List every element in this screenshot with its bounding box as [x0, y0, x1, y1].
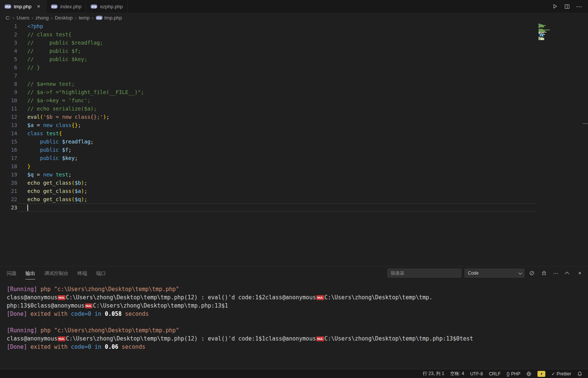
line-number: 17	[0, 154, 17, 162]
code-line[interactable]: 3// public $readflag;	[0, 39, 588, 47]
line-number: 8	[0, 80, 17, 88]
extension-status-icon	[537, 371, 545, 377]
code-line[interactable]: 13$a = new class{};	[0, 121, 588, 129]
line-code: echo get_class($b);	[17, 179, 537, 187]
breadcrumb-item[interactable]: Desktop	[55, 15, 73, 21]
code-line[interactable]: 6// }	[0, 63, 588, 72]
line-code: // $a=new test;	[17, 80, 537, 88]
close-icon[interactable]: ×	[36, 3, 42, 9]
braces-icon: {}	[507, 371, 510, 377]
eol-status[interactable]: CRLF	[486, 370, 503, 378]
code-line[interactable]: 19$q = new test;	[0, 170, 588, 179]
play-icon	[552, 4, 558, 9]
line-number: 16	[0, 146, 17, 154]
split-editor-icon	[565, 4, 569, 9]
prettier-status[interactable]: ✓ Prettier	[549, 370, 574, 378]
code-line[interactable]: 4// public $f;	[0, 47, 588, 55]
breadcrumb-item[interactable]: Users	[16, 15, 29, 21]
output-channel-select[interactable]: Code	[464, 269, 524, 278]
line-code: // public $key;	[17, 55, 537, 63]
code-line[interactable]: 12eval('$b = new class{};');	[0, 113, 588, 121]
editor-tabs: phptmp.php×phpindex.phpphpezphp.php	[0, 0, 128, 13]
code-line[interactable]: 2// class test{	[0, 30, 588, 39]
code-line[interactable]: 10// $a->key = 'func';	[0, 96, 588, 105]
language-label: PHP	[511, 371, 521, 377]
code-line[interactable]: 16 public $f;	[0, 146, 588, 154]
editor-more-actions-button[interactable]: ⋯	[574, 2, 584, 11]
tab-ezphp-php[interactable]: phpezphp.php	[86, 0, 128, 13]
breadcrumb-item[interactable]: zhong	[36, 15, 49, 21]
line-number: 9	[0, 88, 17, 96]
code-line[interactable]: 17 public $key;	[0, 154, 588, 162]
extension-status-button[interactable]	[535, 370, 548, 378]
breadcrumb-item[interactable]: tmp.php	[104, 15, 122, 21]
notifications-button[interactable]	[575, 370, 585, 378]
output-line: [Done] exited with code=0 in 0.058 secon…	[7, 310, 588, 318]
line-number: 18	[0, 162, 17, 170]
indentation-status[interactable]: 空格: 4	[448, 370, 467, 378]
line-number: 20	[0, 179, 17, 187]
panel-tab-output[interactable]: 输出	[25, 267, 35, 279]
line-content: <?php	[17, 22, 537, 30]
line-content: }	[17, 162, 537, 170]
code-line[interactable]: 7	[0, 72, 588, 80]
line-number: 3	[0, 39, 17, 47]
line-content: public $readflag;	[17, 137, 537, 146]
minimap-line	[539, 40, 561, 41]
line-number: 10	[0, 96, 17, 105]
minimap[interactable]	[539, 24, 561, 41]
go-live-button[interactable]	[524, 370, 534, 378]
clear-output-button[interactable]	[527, 269, 536, 278]
panel-more-actions-button[interactable]: ⋯	[551, 269, 560, 278]
code-line[interactable]: 11// echo serialize($a);	[0, 105, 588, 113]
code-line[interactable]: 9// $a->f ="highlight_file(__FILE__)";	[0, 88, 588, 96]
editor[interactable]: 1<?php2// class test{3// public $readfla…	[0, 22, 588, 266]
php-icon: php	[51, 4, 58, 9]
tab-label: ezphp.php	[100, 4, 123, 9]
line-number: 13	[0, 121, 17, 129]
code-line[interactable]: 15 public $readflag;	[0, 137, 588, 146]
output-line: class@anonymousNULC:\Users\zhong\Desktop…	[7, 335, 588, 343]
line-number: 11	[0, 105, 17, 113]
lock-autoscroll-button[interactable]	[539, 269, 548, 278]
panel-tab-ports[interactable]: 端口	[96, 267, 106, 279]
output-content[interactable]: [Running] php "c:\Users\zhong\Desktop\te…	[0, 280, 588, 351]
line-code: $q = new test;	[17, 170, 537, 179]
output-filter-input[interactable]	[387, 269, 461, 278]
cursor-position-status[interactable]: 行 23, 列 1	[420, 370, 447, 378]
line-code: class test{	[17, 129, 537, 137]
code-line[interactable]: 23	[0, 203, 588, 212]
code-line[interactable]: 5// public $key;	[0, 55, 588, 63]
tab-tmp-php[interactable]: phptmp.php×	[0, 0, 46, 13]
line-content: // $a->key = 'func';	[17, 96, 537, 105]
code-line[interactable]: 21echo get_class($a);	[0, 187, 588, 195]
language-mode-status[interactable]: {} PHP	[504, 370, 523, 378]
code-line[interactable]: 1<?php	[0, 22, 588, 30]
breadcrumb-separator-icon: ›	[92, 15, 93, 21]
maximize-panel-button[interactable]	[563, 269, 572, 278]
line-code: // $a->f ="highlight_file(__FILE__)";	[17, 88, 537, 96]
code-line[interactable]: 22echo get_class($q);	[0, 195, 588, 203]
line-number: 14	[0, 129, 17, 137]
code-line[interactable]: 18}	[0, 162, 588, 170]
panel-tab-problems[interactable]: 问题	[7, 267, 16, 279]
bell-icon	[577, 371, 582, 377]
clear-output-icon	[529, 270, 534, 276]
line-number: 2	[0, 30, 17, 39]
line-number: 21	[0, 187, 17, 195]
panel-tab-debug-console[interactable]: 调试控制台	[44, 267, 68, 279]
code-line[interactable]: 8// $a=new test;	[0, 80, 588, 88]
panel-tab-terminal[interactable]: 终端	[77, 267, 87, 279]
close-panel-button[interactable]: ×	[575, 269, 584, 278]
code-line[interactable]: 14class test{	[0, 129, 588, 137]
run-code-button[interactable]	[550, 2, 560, 11]
breadcrumb-item[interactable]: temp	[79, 15, 89, 21]
code-line[interactable]: 20echo get_class($b);	[0, 179, 588, 187]
line-code: // class test{	[17, 30, 537, 39]
breadcrumb-item[interactable]: C:	[6, 15, 10, 21]
split-editor-button[interactable]	[562, 2, 572, 11]
tab-index-php[interactable]: phpindex.php	[46, 0, 86, 13]
encoding-status[interactable]: UTF-8	[467, 370, 485, 378]
line-content	[17, 72, 537, 80]
output-line: php:13$0class@anonymousNULC:\Users\zhong…	[7, 302, 588, 310]
